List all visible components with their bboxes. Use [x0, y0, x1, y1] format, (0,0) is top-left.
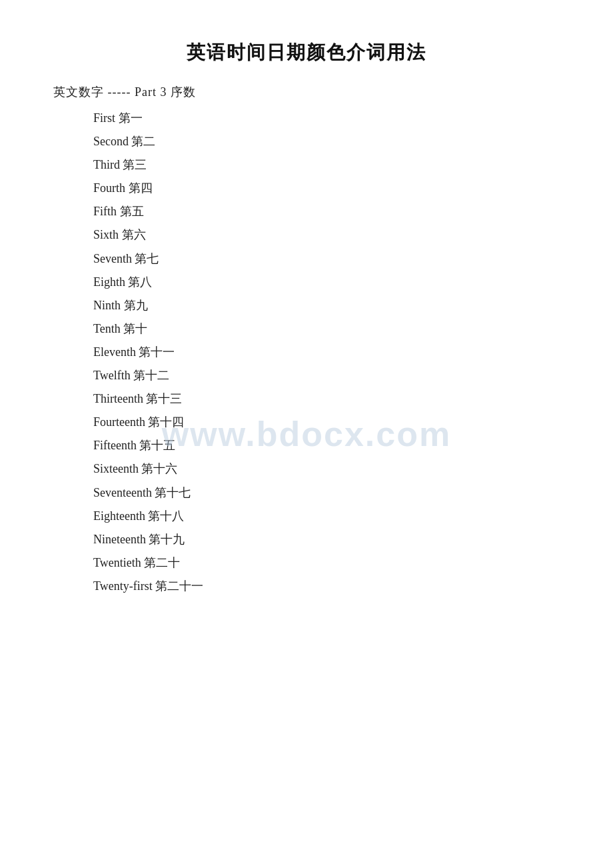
list-item: Twentieth 第二十	[93, 551, 560, 575]
list-item: Twelfth 第十二	[93, 364, 560, 387]
list-item: Tenth 第十	[93, 317, 560, 341]
list-item: Seventeenth 第十七	[93, 481, 560, 505]
list-item: Sixth 第六	[93, 223, 560, 247]
list-item: Eighteenth 第十八	[93, 505, 560, 528]
page: www.bdocx.com 英语时间日期颜色介词用法 英文数字 ----- Pa…	[0, 0, 613, 868]
list-item: First 第一	[93, 107, 560, 130]
list-item: Thirteenth 第十三	[93, 387, 560, 411]
list-item: Third 第三	[93, 153, 560, 177]
list-item: Second 第二	[93, 130, 560, 153]
ordinal-list: First 第一Second 第二Third 第三Fourth 第四Fifth …	[53, 107, 560, 598]
section-header: 英文数字 ----- Part 3 序数	[53, 84, 560, 100]
page-title: 英语时间日期颜色介词用法	[53, 40, 560, 65]
list-item: Eighth 第八	[93, 271, 560, 294]
list-item: Fifteenth 第十五	[93, 434, 560, 457]
list-item: Fifth 第五	[93, 200, 560, 223]
list-item: Sixteenth 第十六	[93, 457, 560, 481]
list-item: Fourteenth 第十四	[93, 411, 560, 434]
list-item: Fourth 第四	[93, 177, 560, 200]
list-item: Seventh 第七	[93, 247, 560, 271]
list-item: Eleventh 第十一	[93, 341, 560, 364]
list-item: Ninth 第九	[93, 294, 560, 317]
list-item: Nineteenth 第十九	[93, 528, 560, 551]
list-item: Twenty-first 第二十一	[93, 575, 560, 598]
